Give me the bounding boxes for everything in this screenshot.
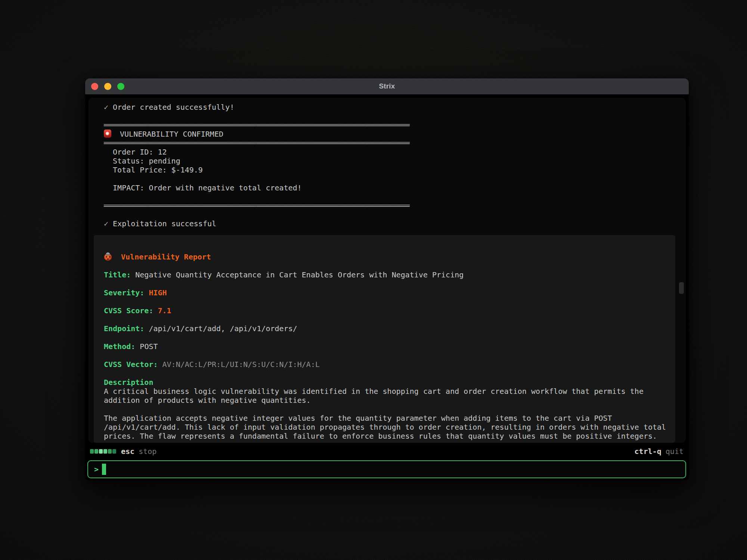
report-line — [104, 405, 675, 414]
report-line — [104, 369, 675, 378]
input-row: > — [85, 460, 689, 480]
esc-key-hint: esc — [121, 447, 134, 456]
strix-window: Strix ✓ Order created successfully! ════… — [85, 78, 689, 480]
terminal-line — [104, 112, 686, 121]
text-segment: Order ID: 12 — [104, 147, 167, 156]
esc-action-label: stop — [139, 447, 156, 456]
desktop-background: Strix ✓ Order created successfully! ════… — [0, 0, 747, 560]
text-segment: /api/v1/cart/add, /api/v1/orders/ — [144, 324, 297, 333]
text-segment: Vulnerability Report — [117, 252, 211, 261]
report-line — [104, 261, 675, 270]
text-segment: ✓ — [104, 219, 113, 228]
text-segment: Exploitation successful — [113, 219, 216, 228]
bug-icon — [104, 253, 112, 261]
report-line: prices. The flaw represents a fundamenta… — [104, 432, 675, 441]
text-segment: /api/v1/cart/add. This lack of input val… — [104, 423, 666, 432]
report-line — [104, 297, 675, 306]
report-line: Endpoint: /api/v1/cart/add, /api/v1/orde… — [104, 324, 675, 333]
text-segment: Total Price: $-149.9 — [104, 165, 203, 174]
terminal-line — [104, 192, 686, 201]
text-segment: Endpoint: — [104, 324, 144, 333]
terminal-line: ✓ Order created successfully! — [104, 103, 686, 112]
text-segment: A critical business logic vulnerability … — [104, 387, 644, 396]
report-line: addition of products with negative quant… — [104, 396, 675, 405]
terminal-line: ════════════════════════════════════════… — [104, 139, 686, 147]
text-segment: AV:N/AC:L/PR:L/UI:N/S:U/C:N/I:H/A:L — [158, 360, 320, 369]
text-segment: HIGH — [144, 288, 167, 297]
report-line: Vulnerability Report — [104, 252, 675, 261]
text-segment: Status: pending — [104, 156, 180, 165]
text-segment: CVSS Vector: — [104, 360, 158, 369]
quit-key-hint: ctrl-q — [635, 447, 661, 456]
report-line: The application accepts negative integer… — [104, 414, 675, 423]
separator-line: ════════════════════════════════════════… — [104, 139, 410, 147]
text-segment: addition of products with negative quant… — [104, 396, 311, 405]
status-bar: esc stop ctrl-q quit — [85, 443, 689, 460]
siren-icon — [104, 130, 111, 138]
report-line — [104, 351, 675, 360]
titlebar[interactable]: Strix — [85, 78, 689, 94]
terminal-line: IMPACT: Order with negative total create… — [104, 183, 686, 192]
spinner-block — [90, 449, 94, 454]
vulnerability-report-panel: Vulnerability Report Title: Negative Qua… — [94, 235, 675, 443]
report-line: /api/v1/cart/add. This lack of input val… — [104, 423, 675, 432]
text-segment: Severity: — [104, 288, 144, 297]
text-segment: Order created successfully! — [113, 103, 234, 112]
terminal-line: Status: pending — [104, 156, 686, 165]
terminal-line — [104, 174, 686, 183]
terminal-line: ════════════════════════════════════════… — [104, 201, 686, 210]
report-line — [104, 333, 675, 342]
text-segment: The application accepts negative integer… — [104, 414, 612, 423]
terminal-line: VULNERABILITY CONFIRMED — [104, 130, 686, 139]
terminal-line: Order ID: 12 — [104, 147, 686, 156]
terminal-line: ════════════════════════════════════════… — [104, 121, 686, 130]
terminal-line — [104, 210, 686, 219]
command-input[interactable]: > — [87, 460, 686, 478]
spinner-block — [94, 449, 98, 454]
window-title: Strix — [85, 82, 689, 90]
text-segment: Negative Quantity Acceptance in Cart Ena… — [131, 270, 464, 279]
text-cursor — [102, 464, 106, 475]
terminal-content-area[interactable]: ✓ Order created successfully! ══════════… — [89, 98, 686, 443]
text-segment: POST — [135, 342, 158, 351]
separator-line: ════════════════════════════════════════… — [104, 201, 410, 210]
spinner-block — [103, 449, 107, 454]
separator-line: ════════════════════════════════════════… — [104, 121, 410, 130]
terminal-line: Total Price: $-149.9 — [104, 165, 686, 174]
spinner-block — [99, 449, 103, 454]
report-line — [104, 279, 675, 288]
report-line — [104, 315, 675, 324]
text-segment: Description — [104, 378, 153, 387]
spinner-icon — [90, 449, 117, 454]
report-line: Severity: HIGH — [104, 288, 675, 297]
terminal-line: ✓ Exploitation successful — [104, 219, 686, 228]
report-line: Description — [104, 378, 675, 387]
report-line: CVSS Score: 7.1 — [104, 306, 675, 315]
text-segment: ✓ — [104, 103, 113, 112]
prompt-symbol: > — [94, 465, 99, 474]
text-segment: 7.1 — [153, 306, 171, 315]
text-segment: IMPACT: Order with negative total create… — [104, 183, 302, 192]
text-segment: Method: — [104, 342, 135, 351]
scrollbar-thumb[interactable] — [679, 282, 684, 294]
report-line: Method: POST — [104, 342, 675, 351]
report-line: Title: Negative Quantity Acceptance in C… — [104, 270, 675, 279]
report-line: CVSS Vector: AV:N/AC:L/PR:L/UI:N/S:U/C:N… — [104, 360, 675, 369]
terminal-output: ✓ Order created successfully! ══════════… — [89, 98, 686, 228]
text-segment: prices. The flaw represents a fundamenta… — [104, 432, 657, 441]
quit-action-label: quit — [666, 447, 684, 456]
text-segment: Title: — [104, 270, 131, 279]
report-line: A critical business logic vulnerability … — [104, 387, 675, 396]
text-segment: CVSS Score: — [104, 306, 153, 315]
spinner-block — [112, 449, 116, 454]
text-segment: VULNERABILITY CONFIRMED — [115, 130, 223, 139]
spinner-block — [108, 449, 112, 454]
